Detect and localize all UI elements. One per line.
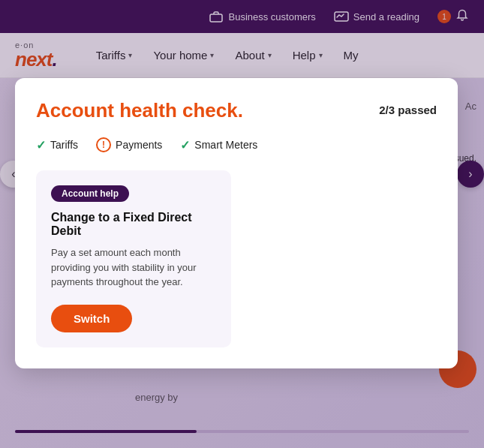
check-payments-label: Payments — [116, 139, 162, 151]
card-title: Change to a Fixed Direct Debit — [51, 211, 216, 238]
check-smart-meters-icon: ✓ — [180, 138, 190, 152]
modal-checks: ✓ Tariffs ! Payments ✓ Smart Meters — [36, 137, 437, 152]
check-payments: ! Payments — [96, 137, 162, 152]
health-check-modal: Account health check. 2/3 passed ✓ Tarif… — [15, 78, 458, 368]
modal-title: Account health check. — [36, 99, 243, 122]
check-payments-warning-icon: ! — [96, 137, 111, 152]
card-tag: Account help — [51, 185, 129, 202]
check-smart-meters: ✓ Smart Meters — [180, 138, 257, 152]
card-body: Pay a set amount each month providing yo… — [51, 245, 216, 290]
modal-header: Account health check. 2/3 passed — [36, 99, 437, 122]
recommendation-card: Account help Change to a Fixed Direct De… — [36, 170, 231, 347]
check-tariffs: ✓ Tariffs — [36, 138, 78, 152]
modal-overlay: Account health check. 2/3 passed ✓ Tarif… — [0, 0, 484, 448]
check-tariffs-icon: ✓ — [36, 138, 46, 152]
modal-passed: 2/3 passed — [379, 104, 437, 116]
check-tariffs-label: Tariffs — [50, 139, 78, 151]
switch-button[interactable]: Switch — [51, 305, 132, 332]
check-smart-meters-label: Smart Meters — [194, 139, 257, 151]
